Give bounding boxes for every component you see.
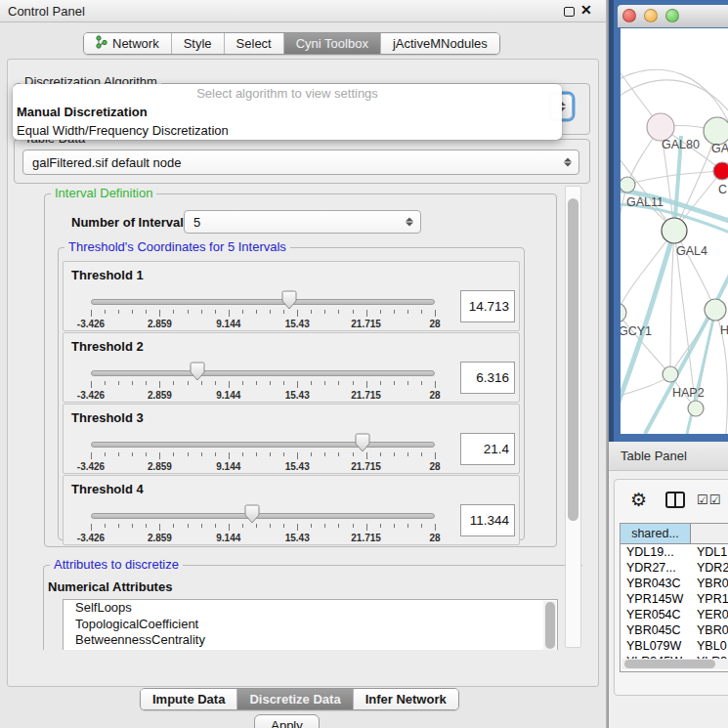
table-row[interactable]: YER054CYER0: [621, 607, 728, 622]
settings-vertical-scrollbar[interactable]: [565, 186, 581, 648]
network-node-top-right[interactable]: [704, 117, 728, 145]
tick-label: 9.144: [216, 390, 240, 401]
tab-style[interactable]: Style: [172, 33, 225, 54]
apply-button[interactable]: Apply: [254, 714, 320, 728]
network-node-gal4[interactable]: [662, 218, 687, 243]
network-node-gal80[interactable]: [647, 113, 674, 141]
tab-jactivemnodules[interactable]: jActiveMNodules: [381, 33, 499, 54]
tab-select[interactable]: Select: [225, 33, 284, 54]
tick-mark: [132, 524, 133, 528]
tick-mark: [283, 524, 284, 528]
slider-thumb[interactable]: [190, 362, 205, 381]
attributes-scrollbar[interactable]: [543, 601, 556, 650]
slider-track[interactable]: [91, 442, 435, 448]
tick-mark: [366, 452, 367, 459]
thresholds-group: Threshold's Coordinates for 5 Intervals …: [58, 247, 525, 540]
network-node-h-node[interactable]: [705, 299, 726, 321]
network-node-gcy1[interactable]: [621, 303, 626, 322]
table-row[interactable]: YBR043CYBR0: [621, 576, 728, 591]
network-canvas[interactable]: GAL80GACGAL11GAL4GCY1HHAP2: [621, 28, 728, 434]
threshold-value-field[interactable]: 6.316: [460, 362, 515, 394]
table-row[interactable]: YBR045CYBR0: [621, 622, 728, 638]
attribute-item[interactable]: TopologicalCoefficient: [64, 617, 557, 633]
network-node-bottom-node[interactable]: [688, 401, 704, 416]
network-edge[interactable]: [621, 80, 728, 116]
table-row[interactable]: YDL19...YDL1: [621, 544, 728, 560]
tick-mark: [380, 310, 381, 314]
threshold-value-field[interactable]: 11.344: [460, 504, 515, 536]
float-window-icon[interactable]: [564, 7, 575, 17]
tick-mark: [118, 524, 119, 528]
tab-infer-network[interactable]: Infer Network: [354, 689, 458, 709]
tab-impute-data[interactable]: Impute Data: [141, 689, 237, 709]
network-edge[interactable]: [674, 231, 715, 310]
slider-track[interactable]: [91, 299, 435, 305]
tick-mark: [118, 310, 119, 314]
tick-mark: [146, 381, 147, 385]
tick-mark: [173, 310, 174, 314]
tick-mark: [188, 310, 189, 314]
tick-mark: [242, 452, 243, 456]
tick-mark: [270, 524, 271, 528]
algorithm-option[interactable]: Equal Width/Frequency Discretization: [13, 121, 562, 140]
tick-label: 28: [429, 319, 440, 329]
tick-mark: [146, 310, 147, 314]
network-edge[interactable]: [670, 231, 674, 374]
slider-track[interactable]: [91, 513, 435, 519]
network-node-hap2[interactable]: [663, 366, 678, 382]
tick-mark: [91, 524, 92, 531]
split-panel-icon[interactable]: [664, 491, 686, 514]
tick-label: 2.859: [148, 533, 172, 543]
network-edge[interactable]: [621, 231, 674, 313]
window-frame-edge: [609, 0, 614, 442]
network-edge-highlighted[interactable]: [621, 231, 674, 409]
table-row[interactable]: YPR145WYPR1: [621, 591, 728, 607]
close-icon[interactable]: ✕: [580, 2, 592, 18]
attribute-item[interactable]: SelfLoops: [64, 600, 557, 617]
tick-mark: [132, 310, 133, 314]
network-node-gal11[interactable]: [621, 177, 635, 193]
threshold-value-field[interactable]: 14.713: [460, 290, 515, 322]
tick-label: 9.144: [216, 461, 240, 472]
numerical-attributes-list[interactable]: SelfLoopsTopologicalCoefficientBetweenne…: [63, 599, 558, 650]
network-window-titlebar[interactable]: [618, 5, 728, 27]
table-data-combo[interactable]: galFiltered.sif default node: [22, 150, 579, 175]
slider-track[interactable]: [91, 370, 435, 376]
threshold-value-field[interactable]: 21.4: [460, 433, 515, 465]
tick-mark: [353, 310, 354, 314]
algorithm-option[interactable]: Manual Discretization: [13, 103, 562, 121]
network-node-red-node[interactable]: [713, 162, 728, 180]
number-of-intervals-combo[interactable]: 5: [184, 210, 421, 234]
slider-thumb[interactable]: [244, 504, 260, 524]
column-header[interactable]: shared...: [621, 524, 691, 543]
zoom-traffic-light-icon[interactable]: [665, 9, 679, 22]
tick-mark: [407, 524, 408, 528]
table-horizontal-scrollbar[interactable]: [621, 659, 728, 669]
table-row[interactable]: YDR27...YDR2: [621, 560, 728, 576]
table-panel: Table Panel ⚙ ☑☑ shared...n YDL19...YDL1…: [609, 442, 728, 728]
table-cell: YIL0: [691, 669, 728, 671]
network-edge[interactable]: [627, 171, 722, 185]
tab-label: Discretize Data: [249, 692, 340, 707]
combo-arrows-icon: [406, 218, 413, 227]
gear-icon[interactable]: ⚙: [630, 489, 647, 511]
attribute-item[interactable]: BetweennessCentrality: [64, 632, 557, 649]
minimize-traffic-light-icon[interactable]: [644, 9, 658, 22]
table-row[interactable]: YBL079WYBL0: [621, 638, 728, 654]
slider-thumb[interactable]: [355, 433, 370, 452]
column-header[interactable]: n: [691, 524, 728, 543]
checkboxes-icon[interactable]: ☑☑: [697, 492, 721, 507]
tab-cyni-toolbox[interactable]: Cyni Toolbox: [284, 33, 381, 54]
close-traffic-light-icon[interactable]: [622, 9, 636, 22]
slider-thumb[interactable]: [281, 290, 297, 310]
table-row[interactable]: YIL052CYIL0: [621, 669, 728, 671]
tab-discretize-data[interactable]: Discretize Data: [237, 689, 353, 709]
node-label: GCY1: [621, 324, 652, 338]
tick-mark: [270, 310, 271, 314]
tab-network[interactable]: Network: [84, 33, 172, 54]
tick-label: 21.715: [351, 319, 381, 329]
table-cell: YBR043C: [621, 576, 691, 591]
table-cell: YER0: [691, 607, 728, 622]
tick-mark: [201, 524, 202, 528]
tick-mark: [435, 310, 436, 317]
